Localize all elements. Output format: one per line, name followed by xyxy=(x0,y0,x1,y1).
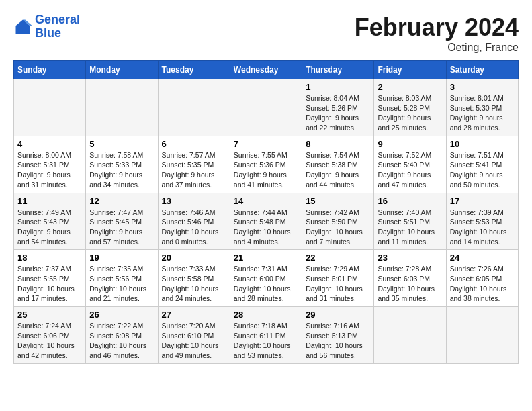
day-number: 26 xyxy=(89,310,154,320)
day-info: Sunrise: 7:52 AM Sunset: 5:40 PM Dayligh… xyxy=(378,150,442,190)
calendar-cell: 15Sunrise: 7:42 AM Sunset: 5:50 PM Dayli… xyxy=(302,193,374,250)
calendar-cell: 16Sunrise: 7:40 AM Sunset: 5:51 PM Dayli… xyxy=(374,193,446,250)
day-number: 28 xyxy=(234,310,298,320)
calendar-cell: 27Sunrise: 7:20 AM Sunset: 6:10 PM Dayli… xyxy=(158,307,230,364)
calendar-cell xyxy=(446,307,518,364)
day-number: 12 xyxy=(89,196,154,206)
day-info: Sunrise: 7:58 AM Sunset: 5:33 PM Dayligh… xyxy=(89,150,154,190)
day-info: Sunrise: 7:18 AM Sunset: 6:11 PM Dayligh… xyxy=(234,321,298,361)
svg-marker-0 xyxy=(16,19,30,34)
day-info: Sunrise: 7:44 AM Sunset: 5:48 PM Dayligh… xyxy=(234,208,298,247)
day-info: Sunrise: 7:46 AM Sunset: 5:46 PM Dayligh… xyxy=(162,208,226,247)
logo-text: General Blue xyxy=(35,13,80,40)
week-row-1: 1Sunrise: 8:04 AM Sunset: 5:26 PM Daylig… xyxy=(14,79,519,136)
header-day-tuesday: Tuesday xyxy=(158,61,230,79)
calendar-cell: 5Sunrise: 7:58 AM Sunset: 5:33 PM Daylig… xyxy=(86,136,158,193)
day-info: Sunrise: 7:39 AM Sunset: 5:53 PM Dayligh… xyxy=(450,208,515,247)
day-number: 3 xyxy=(450,82,515,92)
header-day-thursday: Thursday xyxy=(302,61,374,79)
day-info: Sunrise: 7:22 AM Sunset: 6:08 PM Dayligh… xyxy=(89,321,154,361)
calendar-cell: 11Sunrise: 7:49 AM Sunset: 5:43 PM Dayli… xyxy=(14,193,86,250)
day-info: Sunrise: 7:29 AM Sunset: 6:01 PM Dayligh… xyxy=(306,264,370,304)
calendar-cell: 12Sunrise: 7:47 AM Sunset: 5:45 PM Dayli… xyxy=(86,193,158,250)
calendar-cell: 9Sunrise: 7:52 AM Sunset: 5:40 PM Daylig… xyxy=(374,136,446,193)
day-number: 11 xyxy=(17,196,82,206)
day-info: Sunrise: 7:40 AM Sunset: 5:51 PM Dayligh… xyxy=(378,208,442,247)
day-info: Sunrise: 7:49 AM Sunset: 5:43 PM Dayligh… xyxy=(17,208,82,247)
day-number: 19 xyxy=(89,253,154,263)
calendar-cell: 2Sunrise: 8:03 AM Sunset: 5:28 PM Daylig… xyxy=(374,79,446,136)
calendar-cell: 13Sunrise: 7:46 AM Sunset: 5:46 PM Dayli… xyxy=(158,193,230,250)
calendar-cell: 14Sunrise: 7:44 AM Sunset: 5:48 PM Dayli… xyxy=(230,193,302,250)
logo-icon xyxy=(13,17,32,36)
calendar-cell: 24Sunrise: 7:26 AM Sunset: 6:05 PM Dayli… xyxy=(446,250,518,307)
day-number: 5 xyxy=(89,139,154,149)
calendar-cell: 8Sunrise: 7:54 AM Sunset: 5:38 PM Daylig… xyxy=(302,136,374,193)
day-number: 24 xyxy=(450,253,515,263)
day-number: 15 xyxy=(306,196,370,206)
calendar-cell: 7Sunrise: 7:55 AM Sunset: 5:36 PM Daylig… xyxy=(230,136,302,193)
day-info: Sunrise: 7:35 AM Sunset: 5:56 PM Dayligh… xyxy=(89,264,154,304)
day-info: Sunrise: 7:47 AM Sunset: 5:45 PM Dayligh… xyxy=(89,208,154,247)
calendar-cell xyxy=(374,307,446,364)
logo: General Blue xyxy=(13,13,80,40)
calendar-cell: 20Sunrise: 7:33 AM Sunset: 5:58 PM Dayli… xyxy=(158,250,230,307)
day-info: Sunrise: 7:33 AM Sunset: 5:58 PM Dayligh… xyxy=(162,264,226,304)
subtitle: Oeting, France xyxy=(355,42,519,54)
page-header: General Blue February 2024 Oeting, Franc… xyxy=(13,13,519,54)
calendar-cell: 6Sunrise: 7:57 AM Sunset: 5:35 PM Daylig… xyxy=(158,136,230,193)
calendar-cell: 22Sunrise: 7:29 AM Sunset: 6:01 PM Dayli… xyxy=(302,250,374,307)
day-info: Sunrise: 7:57 AM Sunset: 5:35 PM Dayligh… xyxy=(162,150,226,190)
day-number: 2 xyxy=(378,82,442,92)
header-day-saturday: Saturday xyxy=(446,61,518,79)
day-info: Sunrise: 8:01 AM Sunset: 5:30 PM Dayligh… xyxy=(450,93,515,133)
calendar-cell: 26Sunrise: 7:22 AM Sunset: 6:08 PM Dayli… xyxy=(86,307,158,364)
calendar-cell: 17Sunrise: 7:39 AM Sunset: 5:53 PM Dayli… xyxy=(446,193,518,250)
calendar-cell: 1Sunrise: 8:04 AM Sunset: 5:26 PM Daylig… xyxy=(302,79,374,136)
day-number: 20 xyxy=(162,253,226,263)
day-number: 6 xyxy=(162,139,226,149)
day-number: 1 xyxy=(306,82,370,92)
main-title: February 2024 xyxy=(355,13,519,42)
calendar-cell: 29Sunrise: 7:16 AM Sunset: 6:13 PM Dayli… xyxy=(302,307,374,364)
calendar-cell: 18Sunrise: 7:37 AM Sunset: 5:55 PM Dayli… xyxy=(14,250,86,307)
day-info: Sunrise: 7:37 AM Sunset: 5:55 PM Dayligh… xyxy=(17,264,82,304)
calendar-cell xyxy=(158,79,230,136)
header-day-wednesday: Wednesday xyxy=(230,61,302,79)
calendar-cell: 10Sunrise: 7:51 AM Sunset: 5:41 PM Dayli… xyxy=(446,136,518,193)
day-number: 25 xyxy=(17,310,82,320)
day-number: 7 xyxy=(234,139,298,149)
day-number: 9 xyxy=(378,139,442,149)
week-row-5: 25Sunrise: 7:24 AM Sunset: 6:06 PM Dayli… xyxy=(14,307,519,364)
calendar-table: SundayMondayTuesdayWednesdayThursdayFrid… xyxy=(13,60,519,364)
calendar-cell: 28Sunrise: 7:18 AM Sunset: 6:11 PM Dayli… xyxy=(230,307,302,364)
week-row-4: 18Sunrise: 7:37 AM Sunset: 5:55 PM Dayli… xyxy=(14,250,519,307)
day-info: Sunrise: 7:16 AM Sunset: 6:13 PM Dayligh… xyxy=(306,321,370,361)
day-info: Sunrise: 7:42 AM Sunset: 5:50 PM Dayligh… xyxy=(306,208,370,247)
calendar-cell: 21Sunrise: 7:31 AM Sunset: 6:00 PM Dayli… xyxy=(230,250,302,307)
calendar-cell: 23Sunrise: 7:28 AM Sunset: 6:03 PM Dayli… xyxy=(374,250,446,307)
day-number: 14 xyxy=(234,196,298,206)
day-info: Sunrise: 8:04 AM Sunset: 5:26 PM Dayligh… xyxy=(306,93,370,133)
day-number: 16 xyxy=(378,196,442,206)
day-info: Sunrise: 7:20 AM Sunset: 6:10 PM Dayligh… xyxy=(162,321,226,361)
day-number: 27 xyxy=(162,310,226,320)
calendar-cell: 19Sunrise: 7:35 AM Sunset: 5:56 PM Dayli… xyxy=(86,250,158,307)
day-number: 29 xyxy=(306,310,370,320)
day-info: Sunrise: 8:00 AM Sunset: 5:31 PM Dayligh… xyxy=(17,150,82,190)
day-number: 4 xyxy=(17,139,82,149)
day-number: 8 xyxy=(306,139,370,149)
day-info: Sunrise: 7:51 AM Sunset: 5:41 PM Dayligh… xyxy=(450,150,515,190)
day-number: 10 xyxy=(450,139,515,149)
title-block: February 2024 Oeting, France xyxy=(355,13,519,54)
calendar-cell xyxy=(14,79,86,136)
day-info: Sunrise: 7:28 AM Sunset: 6:03 PM Dayligh… xyxy=(378,264,442,304)
week-row-3: 11Sunrise: 7:49 AM Sunset: 5:43 PM Dayli… xyxy=(14,193,519,250)
day-info: Sunrise: 7:24 AM Sunset: 6:06 PM Dayligh… xyxy=(17,321,82,361)
day-number: 17 xyxy=(450,196,515,206)
day-info: Sunrise: 8:03 AM Sunset: 5:28 PM Dayligh… xyxy=(378,93,442,133)
day-number: 21 xyxy=(234,253,298,263)
week-row-2: 4Sunrise: 8:00 AM Sunset: 5:31 PM Daylig… xyxy=(14,136,519,193)
calendar-cell xyxy=(86,79,158,136)
calendar-cell: 25Sunrise: 7:24 AM Sunset: 6:06 PM Dayli… xyxy=(14,307,86,364)
